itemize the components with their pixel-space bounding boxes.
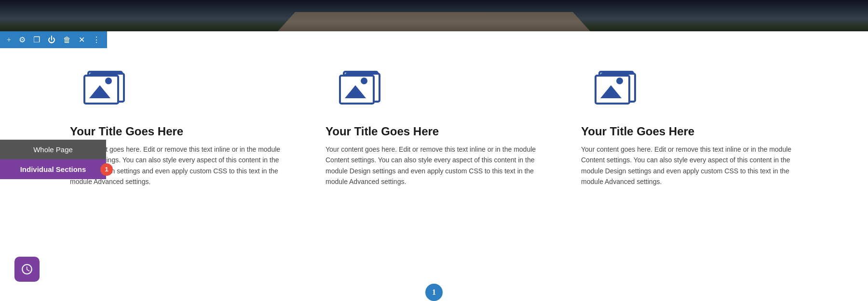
- individual-sections-badge: 1: [100, 163, 113, 176]
- gear-icon[interactable]: ⚙: [17, 34, 27, 45]
- editor-toolbar: + ⚙ ❐ ⏻ 🗑 ✕ ⋮: [0, 31, 107, 48]
- pagination-button[interactable]: 1: [425, 284, 443, 301]
- svg-point-6: [105, 78, 112, 84]
- main-content-area: Your Title Goes Here Your content goes h…: [0, 51, 868, 301]
- side-panel: Whole Page Individual Sections 1: [0, 140, 106, 179]
- trash-icon[interactable]: 🗑: [61, 35, 73, 45]
- image-placeholder-1: [80, 65, 287, 115]
- svg-point-20: [616, 78, 623, 84]
- col-2-title: Your Title Goes Here: [326, 125, 542, 138]
- image-placeholder-2: [335, 65, 542, 115]
- column-2: Your Title Goes Here Your content goes h…: [306, 65, 562, 291]
- individual-sections-button[interactable]: Individual Sections 1: [0, 159, 106, 179]
- image-placeholder-3: [591, 65, 798, 115]
- col-2-body: Your content goes here. Edit or remove t…: [326, 144, 542, 187]
- crop-icon[interactable]: ❐: [31, 34, 42, 45]
- columns-container: Your Title Goes Here Your content goes h…: [0, 51, 868, 301]
- col-3-title: Your Title Goes Here: [581, 125, 798, 138]
- col-1-title: Your Title Goes Here: [70, 125, 287, 138]
- history-float-button[interactable]: [14, 257, 40, 282]
- close-icon[interactable]: ✕: [77, 34, 87, 45]
- whole-page-button[interactable]: Whole Page: [0, 140, 106, 159]
- history-icon: [21, 263, 33, 275]
- svg-point-13: [361, 78, 367, 84]
- power-icon[interactable]: ⏻: [46, 35, 57, 45]
- add-icon[interactable]: +: [5, 35, 13, 45]
- col-3-body: Your content goes here. Edit or remove t…: [581, 144, 798, 187]
- more-icon[interactable]: ⋮: [91, 34, 102, 45]
- header-banner: [0, 0, 868, 31]
- column-3: Your Title Goes Here Your content goes h…: [562, 65, 817, 291]
